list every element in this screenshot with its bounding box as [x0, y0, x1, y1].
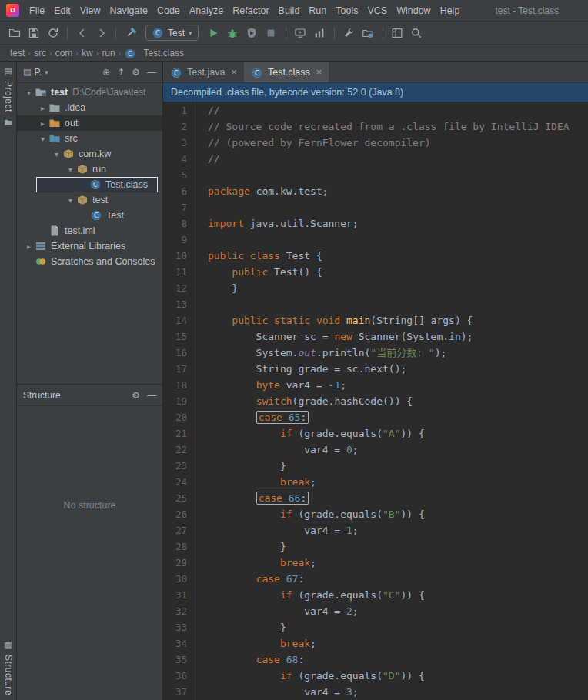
- profile-button[interactable]: [310, 24, 329, 42]
- code-line[interactable]: 27 var4 = 1;: [163, 522, 588, 538]
- breadcrumb-item-test.class[interactable]: CTest.class: [122, 48, 186, 58]
- line-number[interactable]: 25: [163, 490, 195, 506]
- tree-item-run[interactable]: ▾run: [17, 162, 162, 177]
- line-number[interactable]: 36: [163, 668, 195, 684]
- code-line[interactable]: 4//: [163, 151, 588, 167]
- code-line[interactable]: 18 byte var4 = -1;: [163, 377, 588, 393]
- line-number[interactable]: 30: [163, 571, 195, 587]
- code-line[interactable]: 29 break;: [163, 555, 588, 571]
- code-line[interactable]: 37 var4 = 3;: [163, 684, 588, 700]
- tree-item-test[interactable]: ▾testD:\Code\Java\test: [17, 85, 162, 100]
- line-number[interactable]: 17: [163, 361, 195, 377]
- run-button[interactable]: [204, 24, 223, 42]
- code-line[interactable]: 12 }: [163, 280, 588, 296]
- line-number[interactable]: 33: [163, 619, 195, 635]
- line-number[interactable]: 20: [163, 409, 195, 425]
- project-structure-button[interactable]: [359, 24, 378, 42]
- chevron-expanded-icon[interactable]: ▾: [65, 165, 76, 174]
- line-number[interactable]: 12: [163, 280, 195, 296]
- search-button[interactable]: [407, 24, 426, 42]
- breadcrumb-item-com[interactable]: com: [53, 48, 75, 58]
- tree-item-out[interactable]: ▸out: [17, 115, 162, 131]
- code-line[interactable]: 5: [163, 167, 588, 183]
- tool-window-button-project[interactable]: Project: [3, 81, 14, 112]
- line-number[interactable]: 32: [163, 603, 195, 619]
- line-number[interactable]: 27: [163, 522, 195, 538]
- breadcrumb-item-src[interactable]: src: [32, 48, 48, 58]
- breadcrumb-item-kw[interactable]: kw: [79, 48, 95, 58]
- line-number[interactable]: 24: [163, 474, 195, 490]
- code-line[interactable]: 35 case 68:: [163, 652, 588, 668]
- wrench-button[interactable]: [339, 24, 359, 42]
- tree-item-com.kw[interactable]: ▾com.kw: [17, 146, 162, 162]
- code-line[interactable]: 8import java.util.Scanner;: [163, 215, 588, 232]
- tool-window-button-structure[interactable]: Structure: [3, 655, 14, 695]
- line-number[interactable]: 19: [163, 393, 195, 409]
- code-line[interactable]: 1//: [163, 102, 588, 118]
- code-line[interactable]: 26 if (grade.equals("B")) {: [163, 506, 588, 522]
- line-number[interactable]: 28: [163, 538, 195, 555]
- collapse-all-icon[interactable]: ↥: [117, 67, 125, 78]
- debug-button[interactable]: [223, 24, 242, 42]
- menu-help[interactable]: Help: [436, 2, 465, 19]
- code-line[interactable]: 25 case 66:: [163, 490, 588, 506]
- hide-icon[interactable]: —: [147, 390, 156, 401]
- code-line[interactable]: 3// (powered by FernFlower decompiler): [163, 135, 588, 151]
- line-number[interactable]: 9: [163, 232, 195, 248]
- breadcrumb-item-run[interactable]: run: [99, 48, 117, 58]
- synchronize-button[interactable]: [43, 24, 62, 42]
- coverage-button[interactable]: [242, 24, 262, 42]
- tree-item-external-libraries[interactable]: ▸External Libraries: [17, 238, 162, 254]
- code-line[interactable]: 28 }: [163, 538, 588, 555]
- code-line[interactable]: 21 if (grade.equals("A")) {: [163, 425, 588, 442]
- tree-item-test[interactable]: ▾test: [17, 192, 162, 208]
- menu-build[interactable]: Build: [274, 2, 305, 19]
- code-line[interactable]: 17 String grade = sc.next();: [163, 361, 588, 377]
- tree-item-test.class[interactable]: CTest.class: [17, 177, 162, 192]
- tree-item-src[interactable]: ▾src: [17, 131, 162, 146]
- tree-item-.idea[interactable]: ▸.idea: [17, 100, 162, 115]
- save-all-button[interactable]: [24, 24, 43, 42]
- settings-icon[interactable]: ⚙: [132, 390, 140, 401]
- line-number[interactable]: 13: [163, 296, 195, 312]
- code-line[interactable]: 15 Scanner sc = new Scanner(System.in);: [163, 328, 588, 345]
- menu-navigate[interactable]: Navigate: [105, 2, 152, 19]
- chevron-expanded-icon[interactable]: ▾: [65, 196, 76, 205]
- code-line[interactable]: 9: [163, 232, 588, 248]
- tree-item-test.iml[interactable]: test.iml: [17, 223, 162, 238]
- code-line[interactable]: 22 var4 = 0;: [163, 442, 588, 458]
- line-number[interactable]: 18: [163, 377, 195, 393]
- breadcrumb-item-test[interactable]: test: [8, 48, 27, 58]
- code-line[interactable]: 20 case 65:: [163, 409, 588, 425]
- tree-item-scratches-and-consoles[interactable]: Scratches and Consoles: [17, 254, 162, 269]
- chevron-expanded-icon[interactable]: ▾: [51, 150, 62, 158]
- code-line[interactable]: 7: [163, 199, 588, 215]
- locate-icon[interactable]: ⊕: [102, 67, 110, 78]
- editor-tab-test-java[interactable]: CTest.java×: [163, 62, 244, 82]
- line-number[interactable]: 11: [163, 264, 195, 280]
- project-view-selector[interactable]: P.: [34, 67, 42, 78]
- menu-run[interactable]: Run: [304, 2, 331, 19]
- line-number[interactable]: 16: [163, 345, 195, 361]
- code-line[interactable]: 2// Source code recreated from a .class …: [163, 118, 588, 135]
- chevron-expanded-icon[interactable]: ▾: [37, 135, 48, 143]
- line-number[interactable]: 21: [163, 425, 195, 442]
- line-number[interactable]: 23: [163, 458, 195, 474]
- line-number[interactable]: 15: [163, 328, 195, 345]
- menu-tools[interactable]: Tools: [331, 2, 362, 19]
- code-line[interactable]: 11 public Test() {: [163, 264, 588, 280]
- chevron-collapsed-icon[interactable]: ▸: [37, 104, 48, 112]
- code-line[interactable]: 14 public static void main(String[] args…: [163, 312, 588, 328]
- forward-button[interactable]: [92, 24, 111, 42]
- menu-analyze[interactable]: Analyze: [185, 2, 228, 19]
- code-line[interactable]: 6package com.kw.test;: [163, 183, 588, 199]
- hide-icon[interactable]: —: [147, 67, 156, 78]
- code-line[interactable]: 19 switch(grade.hashCode()) {: [163, 393, 588, 409]
- menu-refactor[interactable]: Refactor: [228, 2, 273, 19]
- open-button[interactable]: [5, 24, 24, 42]
- close-icon[interactable]: ×: [316, 66, 322, 78]
- code-line[interactable]: 31 if (grade.equals("C")) {: [163, 587, 588, 603]
- chevron-collapsed-icon[interactable]: ▸: [23, 242, 35, 251]
- line-number[interactable]: 34: [163, 635, 195, 652]
- settings-icon[interactable]: ⚙: [132, 67, 140, 78]
